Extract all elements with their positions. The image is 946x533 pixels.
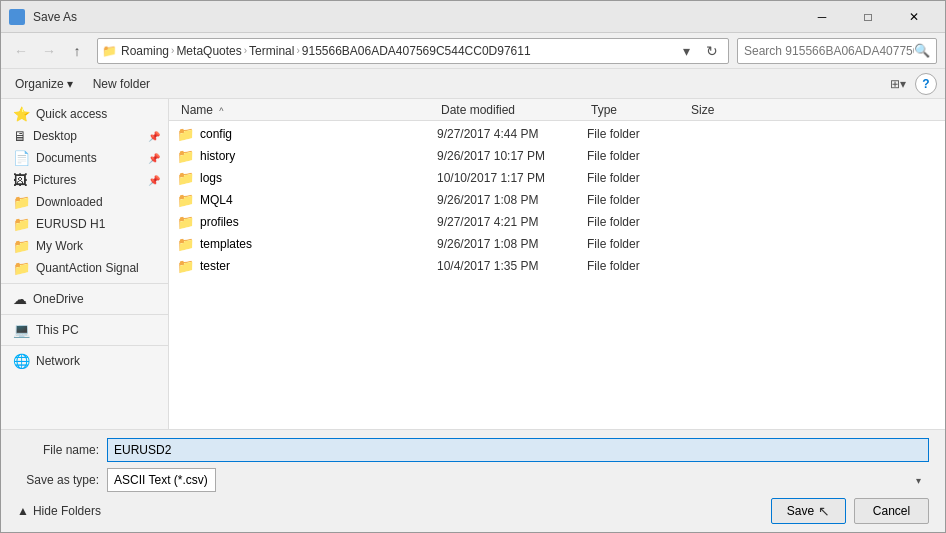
sidebar-item-network[interactable]: 🌐 Network <box>1 350 168 372</box>
bottom-panel: File name: Save as type: ASCII Text (*.c… <box>1 429 945 532</box>
sidebar-item-desktop[interactable]: 🖥 Desktop 📌 <box>1 125 168 147</box>
help-button[interactable]: ? <box>915 73 937 95</box>
sort-indicator: ^ <box>219 106 223 116</box>
sidebar-item-eurusd[interactable]: 📁 EURUSD H1 <box>1 213 168 235</box>
sidebar-item-documents[interactable]: 📄 Documents 📌 <box>1 147 168 169</box>
save-as-dialog: Save As ─ □ ✕ ← → ↑ 📁 Roaming › MetaQuot… <box>0 0 946 533</box>
sidebar-quantaction-label: QuantAction Signal <box>36 261 160 275</box>
sidebar-quick-access[interactable]: ⭐ Quick access <box>1 103 168 125</box>
organize-label: Organize <box>15 77 64 91</box>
crumb-roaming[interactable]: Roaming <box>121 44 169 58</box>
address-bar[interactable]: 📁 Roaming › MetaQuotes › Terminal › 9155… <box>97 38 729 64</box>
title-bar-left: Save As <box>9 9 77 25</box>
search-input[interactable] <box>744 44 914 58</box>
folder-icon: 📁 <box>177 214 194 230</box>
quantaction-icon: 📁 <box>13 260 30 276</box>
filetype-row: Save as type: ASCII Text (*.csv) ▾ <box>17 468 929 492</box>
folder-icon: 📁 <box>177 126 194 142</box>
table-row[interactable]: 📁 templates 9/26/2017 1:08 PM File folde… <box>169 233 945 255</box>
pin-icon-pics: 📌 <box>148 175 160 186</box>
sidebar-network-label: Network <box>36 354 160 368</box>
breadcrumb: 📁 Roaming › MetaQuotes › Terminal › 9155… <box>102 44 531 58</box>
maximize-button[interactable]: □ <box>845 1 891 33</box>
file-type: File folder <box>587 193 687 207</box>
file-type: File folder <box>587 171 687 185</box>
filename-label: File name: <box>17 443 107 457</box>
minimize-button[interactable]: ─ <box>799 1 845 33</box>
file-type: File folder <box>587 127 687 141</box>
close-button[interactable]: ✕ <box>891 1 937 33</box>
column-headers: Name ^ Date modified Type Size <box>169 99 945 121</box>
sidebar-item-thispc[interactable]: 💻 This PC <box>1 319 168 341</box>
file-name-text: profiles <box>200 215 239 229</box>
cancel-button[interactable]: Cancel <box>854 498 929 524</box>
crumb-metaquotes[interactable]: MetaQuotes <box>176 44 241 58</box>
file-name-text: MQL4 <box>200 193 233 207</box>
sidebar-mywork-label: My Work <box>36 239 160 253</box>
col-header-size[interactable]: Size <box>687 103 767 117</box>
filetype-select[interactable]: ASCII Text (*.csv) <box>107 468 216 492</box>
file-list: 📁 config 9/27/2017 4:44 PM File folder 📁… <box>169 121 945 429</box>
pin-icon: 📌 <box>148 131 160 142</box>
table-row[interactable]: 📁 history 9/26/2017 10:17 PM File folder <box>169 145 945 167</box>
table-row[interactable]: 📁 logs 10/10/2017 1:17 PM File folder <box>169 167 945 189</box>
file-name-text: tester <box>200 259 230 273</box>
filetype-label: Save as type: <box>17 473 107 487</box>
sidebar-item-onedrive[interactable]: ☁ OneDrive <box>1 288 168 310</box>
folder-icon: 📁 <box>102 44 117 58</box>
thispc-icon: 💻 <box>13 322 30 338</box>
folder-icon: 📁 <box>177 170 194 186</box>
file-date: 10/10/2017 1:17 PM <box>437 171 587 185</box>
sidebar-item-quantaction[interactable]: 📁 QuantAction Signal <box>1 257 168 279</box>
organize-button[interactable]: Organize ▾ <box>9 73 79 95</box>
title-bar: Save As ─ □ ✕ <box>1 1 945 33</box>
up-button[interactable]: ↑ <box>65 39 89 63</box>
file-date: 9/27/2017 4:44 PM <box>437 127 587 141</box>
folder-icon: 📁 <box>177 192 194 208</box>
main-content: ⭐ Quick access 🖥 Desktop 📌 📄 Documents 📌… <box>1 99 945 429</box>
table-row[interactable]: 📁 MQL4 9/26/2017 1:08 PM File folder <box>169 189 945 211</box>
filename-input[interactable] <box>107 438 929 462</box>
pictures-icon: 🖼 <box>13 172 27 188</box>
back-button[interactable]: ← <box>9 39 33 63</box>
new-folder-button[interactable]: New folder <box>87 73 156 95</box>
documents-icon: 📄 <box>13 150 30 166</box>
table-row[interactable]: 📁 profiles 9/27/2017 4:21 PM File folder <box>169 211 945 233</box>
table-row[interactable]: 📁 tester 10/4/2017 1:35 PM File folder <box>169 255 945 277</box>
hide-folders-icon: ▲ <box>17 504 29 518</box>
sidebar-thispc-label: This PC <box>36 323 160 337</box>
col-header-type[interactable]: Type <box>587 103 687 117</box>
view-options-button[interactable]: ⊞▾ <box>885 73 911 95</box>
col-header-date[interactable]: Date modified <box>437 103 587 117</box>
file-type: File folder <box>587 259 687 273</box>
sidebar-onedrive-label: OneDrive <box>33 292 160 306</box>
file-type: File folder <box>587 237 687 251</box>
file-name-text: config <box>200 127 232 141</box>
onedrive-icon: ☁ <box>13 291 27 307</box>
forward-button[interactable]: → <box>37 39 61 63</box>
save-label: Save <box>787 504 814 518</box>
file-name-text: logs <box>200 171 222 185</box>
sidebar-item-downloaded[interactable]: 📁 Downloaded <box>1 191 168 213</box>
navigation-toolbar: ← → ↑ 📁 Roaming › MetaQuotes › Terminal … <box>1 33 945 69</box>
address-dropdown-button[interactable]: ▾ <box>674 38 698 64</box>
col-header-name[interactable]: Name ^ <box>177 103 437 117</box>
sidebar-item-mywork[interactable]: 📁 My Work <box>1 235 168 257</box>
eurusd-icon: 📁 <box>13 216 30 232</box>
select-arrow-icon: ▾ <box>916 475 921 486</box>
crumb-terminal[interactable]: Terminal <box>249 44 294 58</box>
file-pane: Name ^ Date modified Type Size 📁 co <box>169 99 945 429</box>
network-icon: 🌐 <box>13 353 30 369</box>
table-row[interactable]: 📁 config 9/27/2017 4:44 PM File folder <box>169 123 945 145</box>
refresh-button[interactable]: ↻ <box>700 38 724 64</box>
hide-folders-button[interactable]: ▲ Hide Folders <box>17 504 101 518</box>
sidebar-downloaded-label: Downloaded <box>36 195 160 209</box>
search-icon: 🔍 <box>914 43 930 58</box>
save-button[interactable]: Save ↖ <box>771 498 846 524</box>
sidebar-item-pictures[interactable]: 🖼 Pictures 📌 <box>1 169 168 191</box>
search-bar[interactable]: 🔍 <box>737 38 937 64</box>
dialog-title: Save As <box>33 10 77 24</box>
crumb-guid[interactable]: 915566BA06ADA407569C544CC0D97611 <box>302 44 531 58</box>
filetype-wrapper: ASCII Text (*.csv) ▾ <box>107 468 929 492</box>
bottom-actions: ▲ Hide Folders Save ↖ Cancel <box>17 498 929 524</box>
